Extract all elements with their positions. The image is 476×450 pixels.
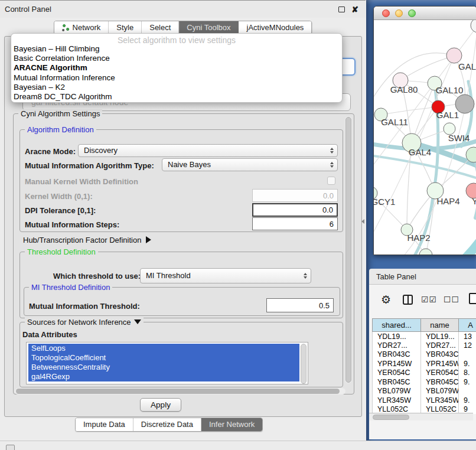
- mi-algorithm-type-combobox[interactable]: Naive Bayes: [162, 158, 338, 171]
- tab-label: Discretize Data: [141, 418, 193, 431]
- node-label: HAP4: [436, 196, 459, 206]
- attribute-item[interactable]: BetweennessCentrality: [28, 363, 299, 372]
- mi-threshold-definition-group: MI Threshold Definition Mutual Informati…: [24, 287, 340, 316]
- tab-discretize-data[interactable]: Discretize Data: [133, 418, 201, 431]
- table-cell: YBR043C: [421, 350, 459, 360]
- manual-kernel-checkbox[interactable]: [327, 177, 335, 185]
- hub-definition-label: Hub/Transcription Factor Definition: [23, 236, 141, 244]
- node-label: GAL4: [409, 147, 431, 157]
- table-cell: YER054C: [421, 369, 459, 378]
- tab-style[interactable]: Style: [109, 21, 142, 34]
- data-attributes-label: Data Attributes: [22, 330, 77, 339]
- gear-icon[interactable]: ⚙: [381, 294, 391, 306]
- table-cell: YBL079W: [373, 387, 421, 396]
- algorithm-option[interactable]: ARACNE Algorithm: [11, 63, 342, 73]
- stepper-icon: [304, 273, 307, 279]
- algorithm-option[interactable]: Bayesian – Hill Climbing: [11, 44, 342, 54]
- tab-jactivemnodules[interactable]: jActiveMNodules: [239, 21, 312, 34]
- settings-vertical-scrollbar[interactable]: [345, 116, 352, 383]
- float-panel-icon[interactable]: [338, 6, 345, 12]
- algorithm-option[interactable]: Basic Correlation Inference: [11, 54, 342, 63]
- kernel-width-label: Kernel Width (0,1):: [25, 192, 93, 201]
- close-window-icon[interactable]: [382, 9, 390, 17]
- attributes-list-scrollbar[interactable]: [301, 344, 307, 384]
- column-header[interactable]: A: [459, 319, 476, 332]
- table-panel-titlebar: Table Panel: [369, 269, 476, 285]
- tab-cyni-toolbox[interactable]: Cyni Toolbox: [179, 21, 239, 34]
- attribute-item[interactable]: SelfLoops: [28, 344, 299, 353]
- tab-network[interactable]: Network: [54, 21, 109, 34]
- kernel-width-field[interactable]: [252, 189, 338, 202]
- workspace-background: GALGAL80GAL10GAL1GAL11SWI4GAL4GCY1HAP4YH…: [366, 0, 476, 441]
- control-panel-titlebar: Control Panel ✘: [0, 0, 366, 18]
- table-row[interactable]: YBL079WYBL079W: [373, 387, 476, 396]
- sources-group: Sources for Network Inference Data Attri…: [19, 322, 343, 387]
- dpi-tolerance-field[interactable]: [252, 203, 338, 217]
- which-threshold-value: MI Threshold: [146, 271, 191, 280]
- expander-down-icon: [134, 319, 141, 324]
- table-cell: YDL19...: [421, 332, 459, 341]
- network-edge: [374, 53, 454, 109]
- table-row[interactable]: YLR345WYLR345W9.: [373, 396, 476, 405]
- network-window-titlebar[interactable]: [374, 6, 476, 20]
- settings-horizontal-scrollbar[interactable]: [15, 388, 345, 394]
- attribute-item[interactable]: gal4RGexp: [28, 372, 299, 381]
- expander-right-icon: [146, 236, 151, 243]
- attribute-item[interactable]: TopologicalCoefficient: [28, 353, 299, 363]
- which-threshold-combobox[interactable]: MI Threshold: [140, 268, 311, 283]
- cyni-algorithm-settings-group: Cyni Algorithm Settings Algorithm Defini…: [13, 113, 354, 394]
- network-edge: [381, 107, 438, 115]
- tab-label: Cyni Toolbox: [187, 21, 230, 34]
- table-cell: [459, 350, 476, 360]
- network-node[interactable]: [471, 20, 476, 32]
- node-table[interactable]: shared...nameA YDL19...YDL19...13YDR27..…: [372, 318, 476, 414]
- mi-threshold-definition-title: MI Threshold Definition: [29, 283, 112, 292]
- column-header[interactable]: shared...: [373, 319, 421, 332]
- column-header[interactable]: name: [421, 319, 459, 332]
- algorithm-option[interactable]: Bayesian – K2: [11, 83, 342, 92]
- splitter-collapse-icon[interactable]: [361, 219, 364, 224]
- table-row[interactable]: YDL19...YDL19...13: [373, 332, 476, 341]
- hub-definition-expander[interactable]: Hub/Transcription Factor Definition: [23, 236, 151, 244]
- mi-steps-field[interactable]: [252, 217, 338, 230]
- aracne-mode-combobox[interactable]: Discovery: [78, 144, 338, 157]
- network-canvas[interactable]: GALGAL80GAL10GAL1GAL11SWI4GAL4GCY1HAP4YH…: [374, 20, 476, 255]
- network-node[interactable]: [455, 94, 474, 113]
- algorithm-option[interactable]: Mutual Information Inference: [11, 73, 342, 83]
- tab-impute-data[interactable]: Impute Data: [76, 418, 133, 431]
- zoom-window-icon[interactable]: [408, 9, 416, 17]
- table-cell: YDL19...: [373, 332, 421, 341]
- tab-infer-network[interactable]: Infer Network: [201, 418, 262, 431]
- table-cell: YDR27...: [373, 341, 421, 350]
- node-label: GAL1: [436, 110, 459, 120]
- table-row[interactable]: YBR043CYBR043C: [373, 350, 476, 360]
- data-attributes-list[interactable]: SelfLoopsTopologicalCoefficientBetweenne…: [26, 342, 308, 384]
- table-header-row[interactable]: shared...nameA: [373, 319, 476, 332]
- new-table-icon[interactable]: [469, 293, 476, 304]
- network-edge: [444, 227, 476, 255]
- algorithm-option[interactable]: Dream8 DC_TDC Algorithm: [11, 92, 342, 102]
- table-cell: YBR045C: [373, 377, 421, 387]
- settings-group-title: Cyni Algorithm Settings: [18, 109, 102, 118]
- columns-icon[interactable]: [403, 295, 413, 305]
- apply-button[interactable]: Apply: [140, 398, 181, 412]
- hide-columns-icon[interactable]: ☐☐: [444, 295, 459, 304]
- node-label: GAL80: [390, 84, 418, 94]
- tab-label: jActiveMNodules: [247, 21, 304, 34]
- minimize-window-icon[interactable]: [395, 9, 403, 17]
- sources-group-title[interactable]: Sources for Network Inference: [25, 318, 144, 327]
- table-row[interactable]: YDR27...YDR27...12: [373, 341, 476, 350]
- network-view-window[interactable]: GALGAL80GAL10GAL1GAL11SWI4GAL4GCY1HAP4YH…: [373, 6, 476, 255]
- table-cell: YBL079W: [421, 387, 459, 396]
- close-panel-icon[interactable]: ✘: [351, 4, 358, 15]
- mi-threshold-field[interactable]: [266, 298, 334, 312]
- network-node[interactable]: [419, 249, 432, 255]
- table-cell: YLR345W: [421, 396, 459, 405]
- table-horizontal-scrollbar[interactable]: [369, 413, 473, 420]
- show-columns-icon[interactable]: ☑☑: [421, 295, 437, 304]
- restore-panel-icon[interactable]: [6, 445, 15, 450]
- table-row[interactable]: YBR045CYBR045C9.: [373, 377, 476, 387]
- table-row[interactable]: YER054CYER054C8.: [373, 369, 476, 378]
- table-row[interactable]: YPR145WYPR145W9.: [373, 359, 476, 369]
- tab-select[interactable]: Select: [142, 21, 179, 34]
